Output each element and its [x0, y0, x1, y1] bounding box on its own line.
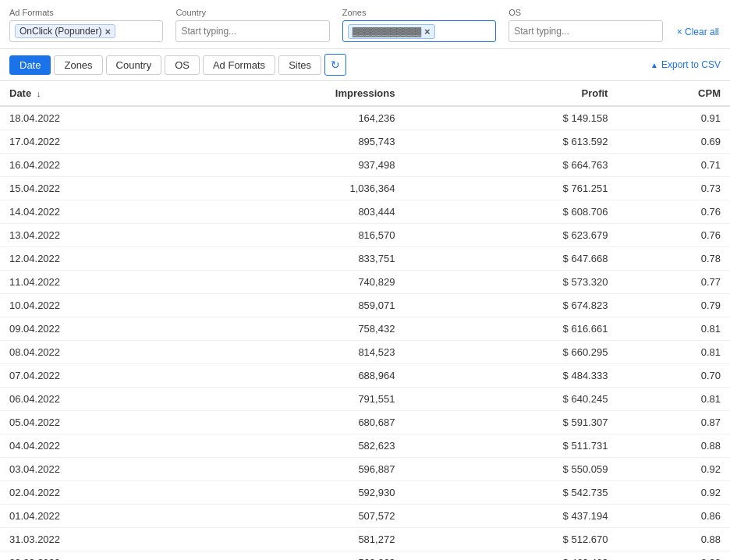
table-row: 05.04.2022680,687$ 591.3070.87 [0, 411, 730, 434]
zones-input-wrap[interactable]: ▓▓▓▓▓▓▓▓▓▓▓ × [342, 20, 496, 42]
table-body: 18.04.2022164,236$ 149.1580.9117.04.2022… [0, 106, 730, 560]
export-button[interactable]: Export to CSV [650, 59, 721, 70]
cell-date: 12.04.2022 [0, 247, 190, 271]
cell-profit: $ 591.307 [404, 411, 617, 434]
cell-impressions: 740,829 [190, 271, 404, 294]
os-label: OS [509, 8, 662, 17]
sort-arrow-icon: ↓ [37, 89, 41, 98]
os-filter: OS [509, 8, 662, 42]
tab-os[interactable]: OS [165, 55, 200, 75]
col-date[interactable]: Date ↓ [0, 81, 190, 106]
zones-tag-text: ▓▓▓▓▓▓▓▓▓▓▓ [353, 27, 421, 36]
table-row: 17.04.2022895,743$ 613.5920.69 [0, 130, 730, 154]
zones-label: Zones [342, 8, 496, 17]
os-input-wrap[interactable] [509, 20, 662, 42]
cell-cpm: 0.92 [617, 481, 730, 505]
tab-sites[interactable]: Sites [278, 55, 321, 75]
col-cpm: CPM [617, 81, 730, 106]
tab-zones[interactable]: Zones [54, 55, 102, 75]
clear-all-button[interactable]: Clear all [675, 23, 721, 41]
cell-cpm: 0.87 [617, 411, 730, 434]
cell-date: 04.04.2022 [0, 434, 190, 458]
cell-profit: $ 542.735 [404, 481, 617, 505]
cell-cpm: 0.77 [617, 271, 730, 294]
table-row: 30.03.2022562,663$ 462.4020.82 [0, 551, 730, 561]
cell-impressions: 833,751 [190, 247, 404, 271]
cell-impressions: 816,570 [190, 224, 404, 247]
cell-date: 05.04.2022 [0, 411, 190, 434]
cell-impressions: 592,930 [190, 481, 404, 505]
cell-profit: $ 512.670 [404, 528, 617, 551]
tabs-row: Date Zones Country OS Ad Formats Sites ↻… [0, 49, 730, 81]
cell-profit: $ 761.251 [404, 177, 617, 200]
table-row: 07.04.2022688,964$ 484.3330.70 [0, 364, 730, 388]
ad-formats-input-wrap[interactable]: OnClick (Popunder) × [9, 20, 163, 42]
cell-cpm: 0.69 [617, 130, 730, 154]
ad-formats-tag-close[interactable]: × [105, 27, 111, 37]
cell-impressions: 688,964 [190, 364, 404, 388]
cell-cpm: 0.92 [617, 458, 730, 481]
country-label: Country [175, 8, 329, 17]
cell-profit: $ 647.668 [404, 247, 617, 271]
cell-impressions: 937,498 [190, 154, 404, 177]
data-table: Date ↓ Impressions Profit CPM 18.04.2022… [0, 81, 730, 560]
cell-date: 09.04.2022 [0, 317, 190, 341]
cell-cpm: 0.81 [617, 341, 730, 364]
table-row: 08.04.2022814,523$ 660.2950.81 [0, 341, 730, 364]
cell-profit: $ 608.706 [404, 200, 617, 224]
table-row: 03.04.2022596,887$ 550.0590.92 [0, 458, 730, 481]
col-profit: Profit [404, 81, 617, 106]
cell-date: 17.04.2022 [0, 130, 190, 154]
cell-impressions: 814,523 [190, 341, 404, 364]
zones-tag-close[interactable]: × [424, 26, 431, 37]
cell-impressions: 562,663 [190, 551, 404, 561]
table-row: 02.04.2022592,930$ 542.7350.92 [0, 481, 730, 505]
cell-cpm: 0.88 [617, 528, 730, 551]
cell-profit: $ 484.333 [404, 364, 617, 388]
cell-cpm: 0.79 [617, 294, 730, 317]
cell-impressions: 507,572 [190, 505, 404, 528]
cell-date: 30.03.2022 [0, 551, 190, 561]
zones-tag: ▓▓▓▓▓▓▓▓▓▓▓ × [348, 24, 435, 39]
cell-profit: $ 437.194 [404, 505, 617, 528]
tab-ad-formats[interactable]: Ad Formats [203, 55, 275, 75]
table-row: 01.04.2022507,572$ 437.1940.86 [0, 505, 730, 528]
cell-cpm: 0.71 [617, 154, 730, 177]
cell-cpm: 0.76 [617, 200, 730, 224]
cell-cpm: 0.76 [617, 224, 730, 247]
cell-impressions: 680,687 [190, 411, 404, 434]
cell-date: 14.04.2022 [0, 200, 190, 224]
cell-cpm: 0.86 [617, 505, 730, 528]
cell-profit: $ 674.823 [404, 294, 617, 317]
cell-cpm: 0.91 [617, 106, 730, 130]
tab-country[interactable]: Country [106, 55, 162, 75]
ad-formats-filter: Ad Formats OnClick (Popunder) × [9, 8, 163, 42]
cell-impressions: 803,444 [190, 200, 404, 224]
tab-date[interactable]: Date [9, 55, 51, 75]
country-input-wrap[interactable] [175, 20, 329, 42]
cell-impressions: 164,236 [190, 106, 404, 130]
table-row: 06.04.2022791,551$ 640.2450.81 [0, 388, 730, 411]
ad-formats-tag: OnClick (Popunder) × [15, 24, 115, 38]
refresh-button[interactable]: ↻ [324, 54, 346, 76]
cell-date: 31.03.2022 [0, 528, 190, 551]
table-row: 18.04.2022164,236$ 149.1580.91 [0, 106, 730, 130]
table-row: 11.04.2022740,829$ 573.3200.77 [0, 271, 730, 294]
col-impressions: Impressions [190, 81, 404, 106]
zones-filter: Zones ▓▓▓▓▓▓▓▓▓▓▓ × [342, 8, 496, 42]
cell-impressions: 581,272 [190, 528, 404, 551]
cell-profit: $ 462.402 [404, 551, 617, 561]
cell-cpm: 0.73 [617, 177, 730, 200]
table-row: 10.04.2022859,071$ 674.8230.79 [0, 294, 730, 317]
cell-profit: $ 149.158 [404, 106, 617, 130]
cell-date: 16.04.2022 [0, 154, 190, 177]
cell-date: 18.04.2022 [0, 106, 190, 130]
os-input[interactable] [514, 26, 657, 37]
cell-cpm: 0.88 [617, 434, 730, 458]
cell-cpm: 0.78 [617, 247, 730, 271]
cell-cpm: 0.81 [617, 317, 730, 341]
country-input[interactable] [181, 26, 324, 37]
cell-date: 10.04.2022 [0, 294, 190, 317]
filters-row: Ad Formats OnClick (Popunder) × Country … [0, 0, 730, 49]
cell-profit: $ 511.731 [404, 434, 617, 458]
